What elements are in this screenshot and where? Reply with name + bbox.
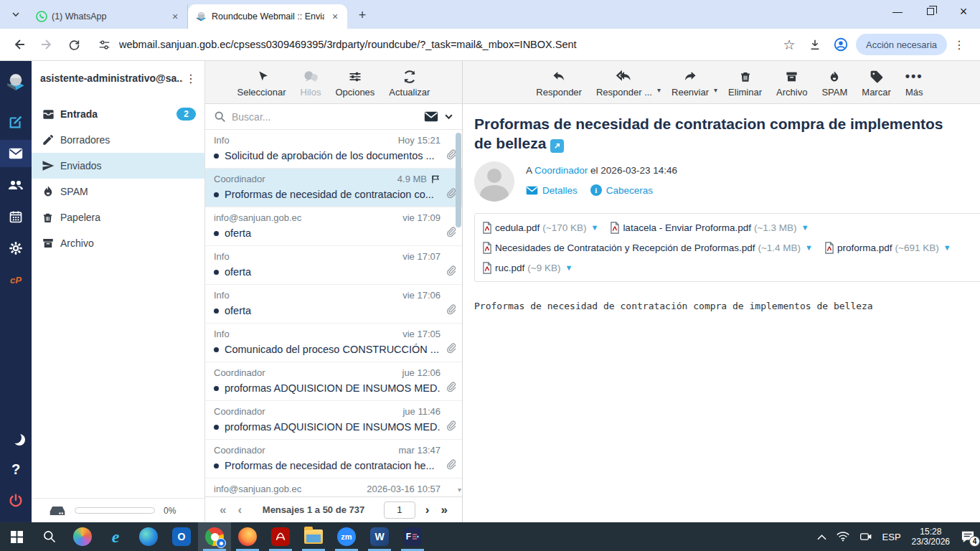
reply-all-caret-icon[interactable]: ▾ — [657, 86, 661, 94]
cpanel-link[interactable]: cP — [0, 266, 32, 293]
bookmark-star-icon[interactable]: ☆ — [778, 34, 800, 55]
rail-item-settings[interactable] — [0, 235, 32, 262]
message-row[interactable]: Coordinadormar 13:47 Proformas de necesi… — [205, 440, 462, 479]
threads-button[interactable]: Hilos — [297, 67, 325, 98]
archive-button[interactable]: Archivo — [773, 67, 811, 98]
search-input[interactable] — [232, 111, 418, 123]
attachment[interactable]: latacela - Enviar Proforma.pdf (~1.3 MB)… — [610, 217, 809, 237]
scrollbar-thumb[interactable] — [456, 133, 461, 227]
taskbar-edge[interactable] — [132, 522, 165, 551]
search-scope-mail-icon[interactable] — [424, 111, 438, 122]
tab-search-button[interactable] — [6, 4, 26, 24]
page-input[interactable] — [384, 501, 415, 519]
site-settings-icon[interactable] — [95, 35, 113, 54]
message-row[interactable]: info@sanjuan.gob.ec2026-03-16 10:57 — [205, 479, 462, 496]
attachment-menu-caret-icon[interactable]: ▼ — [943, 243, 951, 252]
omnibox[interactable]: webmail.sanjuan.gob.ec/cpsess0309469395/… — [88, 32, 974, 57]
attachment[interactable]: Necesidades de Contratación y Recepción … — [482, 237, 813, 258]
meet-now-icon[interactable] — [854, 522, 877, 551]
folder-borradores[interactable]: Borradores — [32, 127, 204, 153]
forward-button[interactable] — [34, 32, 59, 57]
taskbar-acrobat[interactable] — [264, 522, 297, 551]
options-button[interactable]: Opciones — [331, 67, 378, 98]
forward-button[interactable]: Reenviar — [668, 67, 712, 98]
taskbar-firefox[interactable] — [231, 522, 264, 551]
flag-icon[interactable] — [430, 174, 440, 184]
notification-center-button[interactable]: 4 — [956, 522, 980, 551]
tab-close-icon[interactable]: × — [329, 10, 341, 23]
prev-page-button[interactable]: ‹ — [232, 503, 248, 517]
search-options-chevron-icon[interactable] — [444, 112, 453, 121]
recipient-link[interactable]: Coordinador — [534, 165, 588, 176]
rail-item-calendar[interactable] — [0, 203, 32, 230]
next-page-button[interactable]: › — [420, 503, 435, 517]
spam-button[interactable]: SPAM — [818, 67, 851, 98]
message-row[interactable]: Coordinadorjue 11:46 proformas ADQUISICI… — [205, 401, 462, 440]
wifi-icon[interactable] — [831, 522, 854, 551]
refresh-button[interactable]: Actualizar — [385, 67, 433, 98]
attachment-menu-caret-icon[interactable]: ▼ — [590, 223, 598, 232]
window-minimize-button[interactable]: — — [881, 0, 914, 23]
attachment[interactable]: proforma.pdf (~691 KB) ▼ — [824, 237, 951, 258]
message-row[interactable]: info@sanjuan.gob.ecvie 17:09 oferta — [205, 207, 462, 246]
folder-options-icon[interactable]: ⋮ — [183, 72, 199, 85]
message-row-selected[interactable]: Coordinador4.9 MB Proformas de necesidad… — [205, 169, 462, 207]
tab-whatsapp[interactable]: (1) WhatsApp × — [29, 4, 188, 29]
attachment[interactable]: ruc.pdf (~9 KB) ▼ — [482, 258, 573, 278]
headers-link[interactable]: i Cabeceras — [590, 184, 653, 196]
mark-button[interactable]: Marcar — [858, 67, 894, 98]
message-row[interactable]: InfoHoy 15:21 Solicitud de aprobación de… — [205, 130, 462, 169]
taskbar-chrome[interactable] — [198, 522, 231, 551]
folder-spam[interactable]: SPAM — [32, 179, 204, 204]
action-needed-button[interactable]: Acción necesaria — [856, 34, 947, 55]
compose-button[interactable] — [0, 108, 32, 136]
folder-papelera[interactable]: Papelera — [32, 204, 204, 230]
taskbar-search-button[interactable] — [33, 522, 66, 551]
url-text[interactable]: webmail.sanjuan.gob.ec/cpsess0309469395/… — [119, 39, 577, 50]
back-button[interactable] — [7, 32, 32, 57]
attachment-menu-caret-icon[interactable]: ▼ — [801, 223, 809, 232]
taskbar-zoom[interactable]: zm — [330, 522, 363, 551]
folder-entrada[interactable]: Entrada 2 — [32, 101, 204, 127]
help-button[interactable]: ? — [0, 456, 32, 483]
rail-item-mail[interactable] — [0, 140, 32, 167]
language-indicator[interactable]: ESP — [877, 522, 906, 551]
tab-roundcube[interactable]: Roundcube Webmail :: Enviados × — [188, 4, 347, 29]
download-icon[interactable] — [804, 34, 826, 55]
taskbar-fes-app[interactable]: F — [396, 522, 429, 551]
attachment[interactable]: cedula.pdf (~170 KB) ▼ — [482, 217, 598, 237]
window-close-button[interactable]: × — [947, 0, 980, 23]
reply-all-button[interactable]: Responder ... — [593, 67, 656, 98]
logout-button[interactable] — [0, 487, 32, 514]
profile-icon[interactable] — [830, 34, 852, 55]
folder-archivo[interactable]: Archivo — [32, 230, 204, 256]
rail-item-contacts[interactable] — [0, 171, 32, 199]
attachment-menu-caret-icon[interactable]: ▼ — [805, 243, 813, 252]
window-restore-button[interactable] — [914, 0, 947, 23]
scrollbar-down-arrow[interactable]: ▾ — [458, 486, 461, 494]
clock[interactable]: 15:2823/3/2026 — [906, 522, 956, 551]
more-button[interactable]: ••• Más — [902, 67, 927, 98]
list-scrollbar[interactable]: ▾ — [455, 130, 462, 496]
message-row[interactable]: Infovie 17:06 oferta — [205, 285, 462, 324]
message-row[interactable]: Coordinadorjue 12:06 proformas ADQUISICI… — [205, 362, 462, 401]
last-page-button[interactable]: » — [435, 503, 453, 517]
taskbar-ie[interactable]: e — [99, 522, 132, 551]
dark-mode-button[interactable] — [0, 424, 32, 451]
browser-menu-icon[interactable]: ⋮ — [951, 38, 967, 52]
forward-caret-icon[interactable]: ▾ — [714, 86, 717, 94]
reply-button[interactable]: Responder — [532, 67, 585, 98]
tab-close-icon[interactable]: × — [169, 10, 182, 23]
taskbar-outlook[interactable]: O — [165, 522, 198, 551]
taskbar-explorer[interactable] — [297, 522, 330, 551]
taskbar-word[interactable]: W — [363, 522, 396, 551]
folder-enviados[interactable]: Enviados — [32, 153, 204, 179]
start-button[interactable] — [0, 522, 33, 551]
open-in-new-window-icon[interactable] — [550, 139, 564, 153]
tray-expand-chevron-icon[interactable] — [812, 522, 831, 551]
select-button[interactable]: Seleccionar — [234, 67, 290, 98]
message-row[interactable]: Infovie 17:07 oferta — [205, 246, 462, 285]
message-row[interactable]: Infovie 17:05 Comunicado del proceso CON… — [205, 324, 462, 362]
attachment-menu-caret-icon[interactable]: ▼ — [565, 263, 573, 272]
reload-button[interactable] — [62, 32, 86, 57]
